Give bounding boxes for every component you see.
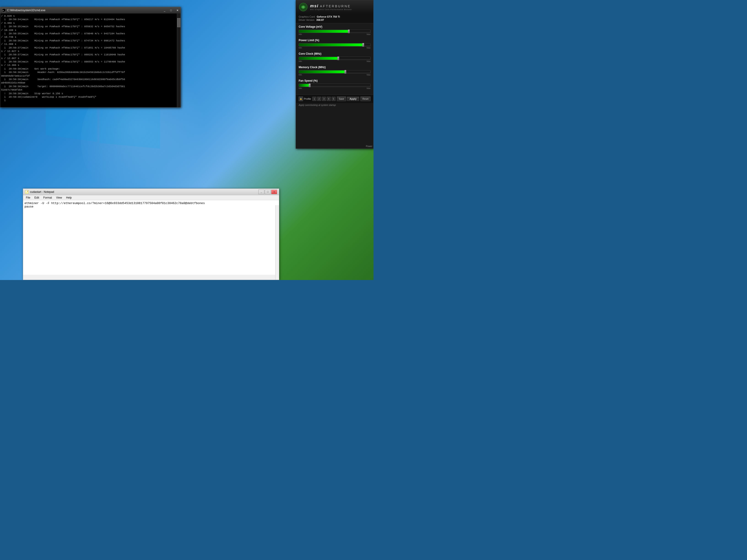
msi-slider-min-1: Min [299, 47, 302, 49]
msi-slider-labels-3: MinMax [299, 74, 370, 76]
msi-slider-fill-0 [299, 30, 349, 33]
cmd-close-button[interactable]: ✕ [174, 7, 181, 14]
notepad-maximize-button[interactable]: □ [265, 190, 271, 194]
msi-slider-thumb-2[interactable] [337, 56, 339, 60]
msi-sliders-container: Core Voltage (mV)MinMaxPower Limit (%)Mi… [296, 23, 373, 95]
cmd-body: / 8.829 s i 20:50:34|main Mining on PoWh… [0, 14, 181, 107]
cmd-minimize-button[interactable]: _ [161, 7, 168, 14]
msi-slider-group-4: Fan Speed (%)MinMax [299, 79, 370, 89]
msi-card-row: Graphics Card Geforce GTX 750 Ti [299, 15, 370, 18]
msi-slider-labels-0: MinMax [299, 33, 370, 35]
msi-tagline: MSI Graphics Card Performance Booster [310, 8, 370, 10]
msi-slider-labels-4: MinMax [299, 87, 370, 89]
msi-slider-track-2[interactable] [299, 57, 370, 60]
msi-profile-2[interactable]: 2 [317, 97, 321, 101]
msi-slider-max-1: Max [367, 47, 370, 49]
notepad-titlebar[interactable]: 📝 cudastart - Notepad _ □ ✕ [23, 189, 279, 195]
msi-slider-thumb-0[interactable] [348, 29, 350, 33]
msi-driver-value: 358.87 [316, 19, 324, 21]
msi-slider-fill-4 [299, 84, 310, 87]
notepad-window: 📝 cudastart - Notepad _ □ ✕ FileEditForm… [23, 188, 279, 280]
msi-card-label: Graphics Card [299, 15, 315, 18]
notepad-menu-file[interactable]: File [24, 195, 32, 200]
msi-slider-label-3: Memory Clock (MHz) [299, 65, 370, 69]
msi-profile-3[interactable]: 3 [322, 97, 326, 101]
msi-header: msi AFTERBURNE MSI Graphics Card Perform… [296, 0, 373, 14]
msi-afterburner-window: msi AFTERBURNE MSI Graphics Card Perform… [296, 0, 374, 149]
cmd-window: >_ C:\Windows\system32\cmd.exe _ □ ✕ / 8… [0, 7, 181, 108]
msi-slider-min-2: Min [299, 60, 302, 62]
msi-slider-track-3[interactable] [299, 70, 370, 74]
notepad-menu-format[interactable]: Format [42, 195, 54, 200]
msi-slider-group-3: Memory Clock (MHz)MinMax [299, 65, 370, 76]
notepad-scrollbar[interactable] [275, 205, 279, 280]
msi-slider-labels-2: MinMax [299, 60, 370, 62]
msi-apply-button[interactable]: Apply [347, 97, 359, 101]
msi-startup-text: Apply overclocking at system startup [296, 103, 373, 107]
msi-slider-fill-1 [299, 44, 363, 46]
msi-slider-thumb-4[interactable] [309, 83, 311, 87]
msi-driver-row: Driver Version 358.87 [299, 19, 370, 21]
msi-profile-4[interactable]: 4 [327, 97, 331, 101]
msi-slider-track-0[interactable] [299, 30, 370, 33]
notepad-menu-edit[interactable]: Edit [32, 195, 41, 200]
msi-slider-max-3: Max [367, 74, 370, 76]
svg-point-3 [302, 6, 304, 8]
msi-slider-track-4[interactable] [299, 84, 370, 87]
msi-slider-min-3: Min [299, 74, 302, 76]
msi-slider-group-2: Core Clock (MHz)MinMax [299, 52, 370, 62]
msi-slider-max-2: Max [367, 60, 370, 62]
notepad-line1: ethminer -U -F http://ethereumpool.co/?m… [25, 202, 278, 205]
notepad-body[interactable]: ethminer -U -F http://ethereumpool.co/?m… [23, 200, 279, 275]
notepad-menu-view[interactable]: View [54, 195, 64, 200]
svg-text:>_: >_ [2, 9, 5, 12]
cmd-title: C:\Windows\system32\cmd.exe [7, 9, 45, 12]
notepad-title: cudastart - Notepad [30, 190, 257, 193]
msi-slider-fill-3 [299, 71, 345, 73]
cmd-scrollbar[interactable] [177, 14, 181, 107]
notepad-menu-help[interactable]: Help [64, 195, 74, 200]
notepad-close-button[interactable]: ✕ [271, 190, 277, 194]
cmd-window-controls: _ □ ✕ [161, 7, 181, 14]
msi-slider-thumb-3[interactable] [344, 70, 346, 74]
cmd-output: / 8.829 s i 20:50:34|main Mining on PoWh… [1, 15, 180, 103]
cmd-titlebar[interactable]: >_ C:\Windows\system32\cmd.exe _ □ ✕ [0, 7, 181, 14]
msi-afterburner-text: AFTERBURNE [320, 4, 351, 8]
cmd-icon: >_ [2, 8, 6, 12]
msi-brand: msi AFTERBURNE MSI Graphics Card Perform… [310, 4, 370, 10]
notepad-icon: 📝 [25, 190, 29, 194]
msi-slider-max-4: Max [367, 87, 370, 89]
msi-slider-thumb-1[interactable] [362, 43, 364, 47]
msi-save-button[interactable]: Save [337, 97, 346, 101]
msi-reset-button[interactable]: Reset [360, 97, 370, 101]
msi-slider-label-0: Core Voltage (mV) [299, 25, 370, 28]
msi-logo-text: msi [310, 4, 318, 8]
msi-slider-label-2: Core Clock (MHz) [299, 52, 370, 55]
msi-slider-min-0: Min [299, 33, 302, 35]
cmd-maximize-button[interactable]: □ [168, 7, 174, 14]
notepad-line2: pause [25, 205, 278, 208]
msi-power-tab[interactable]: Power [365, 144, 373, 149]
notepad-minimize-button[interactable]: _ [258, 190, 264, 194]
msi-slider-label-1: Power Limit (%) [299, 39, 370, 42]
msi-profile-label: Profile [304, 98, 311, 100]
cmd-scrollbar-thumb[interactable] [177, 18, 180, 27]
msi-slider-labels-1: MinMax [299, 47, 370, 49]
msi-profile-5[interactable]: 5 [332, 97, 336, 101]
msi-profile-bar: 🔒 Profile 1 2 3 4 5 Save Apply Reset [296, 95, 373, 103]
msi-card-info: Graphics Card Geforce GTX 750 Ti Driver … [296, 14, 373, 23]
msi-slider-max-0: Max [367, 33, 370, 35]
msi-profile-1[interactable]: 1 [312, 97, 316, 101]
notepad-menubar: FileEditFormatViewHelp [23, 195, 279, 200]
msi-slider-label-4: Fan Speed (%) [299, 79, 370, 82]
notepad-window-controls: _ □ ✕ [258, 190, 277, 194]
msi-slider-track-1[interactable] [299, 43, 370, 47]
msi-profile-lock-icon: 🔒 [299, 97, 303, 101]
msi-driver-label: Driver Version [299, 19, 314, 21]
msi-card-value: Geforce GTX 750 Ti [317, 15, 340, 18]
msi-slider-group-1: Power Limit (%)MinMax [299, 39, 370, 49]
msi-slider-fill-2 [299, 57, 338, 60]
msi-logo-icon [299, 2, 308, 12]
msi-slider-group-0: Core Voltage (mV)MinMax [299, 25, 370, 35]
msi-slider-min-4: Min [299, 87, 302, 89]
